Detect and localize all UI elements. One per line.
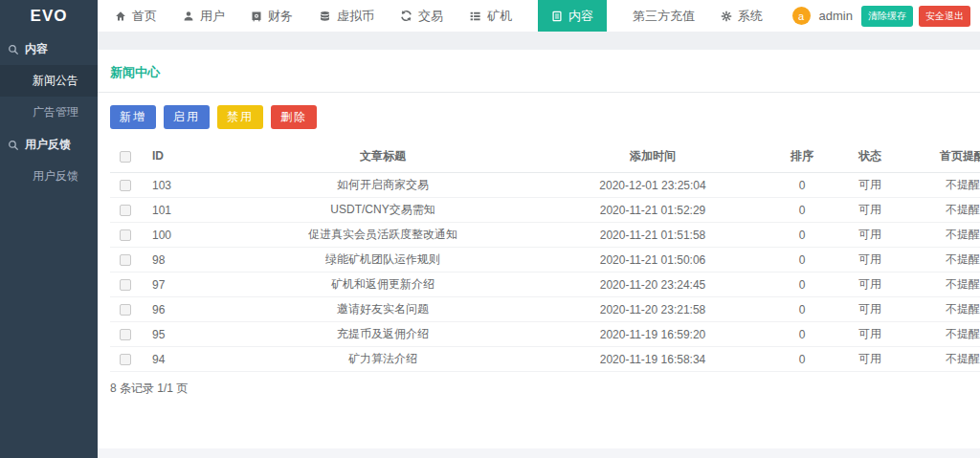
exchange-icon (400, 10, 412, 22)
cell-id: 96 (146, 297, 231, 322)
nav-action-安全退出[interactable]: 安全退出 (919, 6, 970, 27)
record-summary: 8 条记录 1/1 页 (110, 381, 968, 397)
nav-item-label: 矿机 (487, 8, 512, 25)
table-row: 95 充提币及返佣介绍 2020-11-19 16:59:20 0 可用 不提醒 (110, 322, 980, 347)
toolbar: 新增启用禁用删除 (110, 105, 968, 129)
nav-item-系统[interactable]: 系统 (721, 0, 763, 32)
cell-remind: 不提醒 (906, 347, 980, 372)
cell-sort: 0 (770, 198, 834, 223)
cell-id: 98 (146, 248, 231, 273)
row-checkbox[interactable] (120, 254, 131, 266)
toolbar-button-删除[interactable]: 删除 (271, 105, 317, 129)
cell-title: 矿机和返佣更新介绍 (231, 273, 535, 297)
cell-title: 如何开启商家交易 (231, 173, 535, 198)
col-header-id: ID (146, 140, 231, 173)
sidebar-item-用户反馈[interactable]: 用户反馈 (0, 161, 98, 192)
nav-item-首页[interactable]: 首页 (115, 0, 157, 32)
cell-remind: 不提醒 (906, 297, 980, 322)
gear-icon (721, 11, 732, 22)
nav-item-label: 交易 (418, 8, 443, 25)
row-checkbox[interactable] (120, 304, 131, 316)
row-checkbox[interactable] (120, 180, 131, 191)
table-header-row: ID 文章标题 添加时间 排序 状态 首页提醒 操作 (110, 140, 980, 173)
cell-status: 可用 (834, 322, 906, 347)
cell-id: 97 (146, 273, 231, 297)
app-logo: EVO (0, 0, 98, 33)
sidebar-item-广告管理[interactable]: 广告管理 (0, 97, 98, 128)
navbar-right: a admin 清除缓存安全退出 (792, 6, 970, 27)
cell-time: 2020-11-21 01:51:58 (535, 223, 770, 248)
cell-sort: 0 (770, 322, 834, 347)
cell-sort: 0 (770, 297, 834, 322)
toolbar-button-启用[interactable]: 启用 (164, 105, 210, 129)
cell-title: 矿力算法介绍 (231, 347, 535, 372)
nav-item-矿机[interactable]: 矿机 (469, 0, 512, 32)
sidebar: EVO 内容 新闻公告广告管理 用户反馈 用户反馈 (0, 0, 98, 458)
sidebar-section-label: 内容 (25, 41, 48, 57)
col-header-status: 状态 (834, 140, 906, 173)
col-header-remind: 首页提醒 (906, 140, 980, 173)
col-header-time: 添加时间 (535, 140, 770, 173)
toolbar-button-新增[interactable]: 新增 (110, 105, 156, 129)
nav-item-虚拟币[interactable]: 虚拟币 (319, 0, 374, 32)
cell-title: 充提币及返佣介绍 (231, 322, 535, 347)
search-icon (8, 140, 19, 151)
select-all-checkbox[interactable] (120, 151, 131, 163)
table-row: 96 邀请好友实名问题 2020-11-20 23:21:58 0 可用 不提醒 (110, 297, 980, 322)
nav-item-label: 首页 (132, 8, 157, 25)
table-body: 103 如何开启商家交易 2020-12-01 23:25:04 0 可用 不提… (110, 173, 980, 372)
list-icon (469, 11, 481, 22)
sidebar-section-用户反馈[interactable]: 用户反馈 (0, 128, 98, 161)
sidebar-section-内容[interactable]: 内容 (0, 33, 98, 65)
table-row: 103 如何开启商家交易 2020-12-01 23:25:04 0 可用 不提… (110, 173, 980, 198)
cell-remind: 不提醒 (906, 248, 980, 273)
cell-time: 2020-11-21 01:52:29 (535, 198, 770, 223)
nav-item-label: 虚拟币 (337, 8, 374, 25)
cell-time: 2020-11-20 23:24:45 (535, 273, 770, 297)
cell-status: 可用 (834, 223, 906, 248)
nav-item-label: 用户 (200, 8, 225, 25)
cell-status: 可用 (834, 248, 906, 273)
row-checkbox[interactable] (120, 205, 131, 216)
cell-title: USDT/CNY交易需知 (231, 198, 535, 223)
table-row: 98 绿能矿机团队运作规则 2020-11-21 01:50:06 0 可用 不… (110, 248, 980, 273)
cell-status: 可用 (834, 173, 906, 198)
table-row: 97 矿机和返佣更新介绍 2020-11-20 23:24:45 0 可用 不提… (110, 273, 980, 297)
row-checkbox[interactable] (120, 279, 131, 291)
top-navbar: 首页 用户 财务 虚拟币 交易 矿机 内容 第三方充值 系统 a admin 清… (98, 0, 980, 32)
nav-item-内容[interactable]: 内容 (538, 0, 607, 32)
cell-sort: 0 (770, 248, 834, 273)
nav-item-交易[interactable]: 交易 (400, 0, 443, 32)
cell-status: 可用 (834, 273, 906, 297)
navbar-menu: 首页 用户 财务 虚拟币 交易 矿机 内容 第三方充值 系统 (115, 0, 763, 32)
admin-username[interactable]: admin (819, 9, 853, 23)
cell-title: 绿能矿机团队运作规则 (231, 248, 535, 273)
avatar[interactable]: a (792, 7, 811, 25)
user-icon (183, 11, 194, 22)
table-row: 94 矿力算法介绍 2020-11-19 16:58:34 0 可用 不提醒 (110, 347, 980, 372)
nav-item-用户[interactable]: 用户 (183, 0, 225, 32)
cell-sort: 0 (770, 347, 834, 372)
news-table: ID 文章标题 添加时间 排序 状态 首页提醒 操作 103 如何开启商家交易 … (110, 140, 980, 372)
title-divider (98, 92, 980, 93)
nav-item-第三方充值[interactable]: 第三方充值 (633, 0, 695, 32)
cell-status: 可用 (834, 297, 906, 322)
nav-action-清除缓存[interactable]: 清除缓存 (861, 6, 913, 27)
cell-remind: 不提醒 (906, 198, 980, 223)
cell-id: 100 (146, 223, 231, 248)
page-title: 新闻中心 (110, 64, 968, 81)
row-checkbox[interactable] (120, 329, 131, 340)
toolbar-button-禁用[interactable]: 禁用 (217, 105, 263, 129)
row-checkbox[interactable] (120, 229, 131, 241)
navbar-shadow-band (98, 32, 980, 50)
main-column: 首页 用户 财务 虚拟币 交易 矿机 内容 第三方充值 系统 a admin 清… (98, 0, 980, 458)
cell-remind: 不提醒 (906, 173, 980, 198)
content-panel: 新闻中心 新增启用禁用删除 ID 文章标题 添加时间 排序 状态 首页提醒 操作 (98, 50, 980, 448)
cell-sort: 0 (770, 273, 834, 297)
sidebar-item-新闻公告[interactable]: 新闻公告 (0, 65, 98, 97)
cell-id: 95 (146, 322, 231, 347)
row-checkbox[interactable] (120, 354, 131, 365)
cell-sort: 0 (770, 173, 834, 198)
nav-item-财务[interactable]: 财务 (251, 0, 293, 32)
coins-icon (319, 11, 331, 22)
